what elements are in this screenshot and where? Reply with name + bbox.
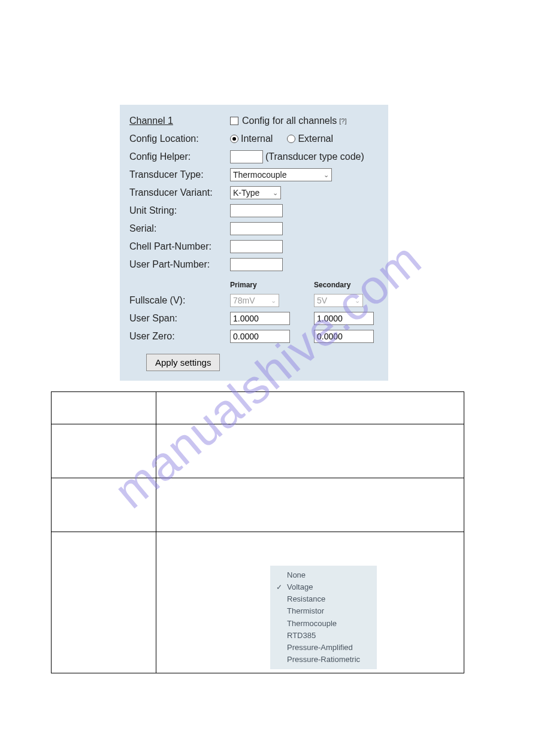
- dropdown-item-label: None: [287, 570, 306, 579]
- help-link[interactable]: [?]: [339, 117, 346, 125]
- dropdown-item-resistance[interactable]: Resistance: [270, 593, 377, 605]
- user-zero-label: User Zero:: [129, 331, 230, 342]
- config-helper-input[interactable]: [230, 150, 263, 163]
- table-cell: [52, 424, 156, 478]
- transducer-variant-value: K-Type: [233, 188, 259, 198]
- fullscale-label: Fullscale (V):: [129, 295, 230, 306]
- apply-settings-button[interactable]: Apply settings: [146, 354, 220, 371]
- dropdown-item-label: Resistance: [287, 594, 325, 603]
- unit-string-label: Unit String:: [129, 205, 230, 216]
- serial-input[interactable]: [230, 222, 283, 235]
- transducer-type-select[interactable]: Thermocouple ⌄: [230, 168, 332, 181]
- dropdown-item-pressure-amplified[interactable]: Pressure-Amplified: [270, 642, 377, 654]
- user-zero-primary-input[interactable]: [230, 330, 290, 343]
- transducer-type-dropdown: None ✓Voltage Resistance Thermistor Ther…: [270, 566, 377, 669]
- fullscale-primary-select[interactable]: 78mV ⌄: [230, 294, 279, 307]
- table-cell: [52, 532, 156, 673]
- radio-internal[interactable]: [230, 135, 238, 143]
- config-helper-label: Config Helper:: [129, 151, 230, 162]
- dropdown-item-pressure-ratiometric[interactable]: Pressure-Ratiometric: [270, 654, 377, 666]
- external-label: External: [298, 133, 333, 144]
- internal-label: Internal: [241, 133, 273, 144]
- description-table: None ✓Voltage Resistance Thermistor Ther…: [51, 391, 464, 673]
- table-cell: [52, 478, 156, 532]
- dropdown-item-voltage[interactable]: ✓Voltage: [270, 581, 377, 593]
- dropdown-item-label: Thermistor: [287, 606, 324, 615]
- config-all-label: Config for all channels: [242, 116, 337, 126]
- fullscale-primary-value: 78mV: [233, 296, 255, 305]
- dropdown-item-label: RTD385: [287, 631, 316, 640]
- chell-pn-label: Chell Part-Number:: [129, 241, 230, 252]
- user-pn-input[interactable]: [230, 258, 283, 271]
- user-zero-secondary-input[interactable]: [314, 330, 374, 343]
- transducer-type-label: Transducer Type:: [129, 169, 230, 180]
- chevron-down-icon: ⌄: [355, 297, 360, 305]
- dropdown-item-none[interactable]: None: [270, 569, 377, 581]
- chevron-down-icon: ⌄: [324, 171, 329, 179]
- transducer-type-value: Thermocouple: [233, 170, 287, 180]
- chell-pn-input[interactable]: [230, 240, 283, 253]
- channel-title[interactable]: Channel 1: [129, 116, 230, 126]
- transducer-variant-select[interactable]: K-Type ⌄: [230, 186, 281, 199]
- radio-external[interactable]: [287, 135, 295, 143]
- config-helper-hint: (Transducer type code): [265, 151, 364, 162]
- transducer-variant-label: Transducer Variant:: [129, 187, 230, 198]
- user-span-secondary-input[interactable]: [314, 312, 374, 325]
- dropdown-item-label: Thermocouple: [287, 619, 337, 628]
- unit-string-input[interactable]: [230, 204, 283, 217]
- serial-label: Serial:: [129, 223, 230, 234]
- dropdown-item-label: Pressure-Ratiometric: [287, 655, 360, 664]
- primary-header: Primary: [230, 281, 314, 289]
- dropdown-item-thermistor[interactable]: Thermistor: [270, 605, 377, 617]
- table-cell: None ✓Voltage Resistance Thermistor Ther…: [156, 532, 464, 673]
- user-pn-label: User Part-Number:: [129, 259, 230, 270]
- radio-dot-icon: [232, 137, 236, 141]
- user-span-primary-input[interactable]: [230, 312, 290, 325]
- fullscale-secondary-value: 5V: [317, 296, 327, 305]
- check-icon: ✓: [276, 582, 282, 593]
- table-cell: [52, 392, 156, 424]
- config-location-label: Config Location:: [129, 133, 230, 144]
- table-cell: [156, 392, 464, 424]
- chevron-down-icon: ⌄: [271, 297, 276, 305]
- table-cell: [156, 478, 464, 532]
- dropdown-item-label: Pressure-Amplified: [287, 643, 353, 652]
- user-span-label: User Span:: [129, 313, 230, 324]
- chevron-down-icon: ⌄: [273, 189, 278, 197]
- config-all-checkbox[interactable]: [230, 117, 238, 125]
- fullscale-secondary-select[interactable]: 5V ⌄: [314, 294, 363, 307]
- table-cell: [156, 424, 464, 478]
- channel-config-panel: Channel 1 Config for all channels [?] Co…: [120, 105, 388, 381]
- secondary-header: Secondary: [314, 281, 350, 289]
- dropdown-item-rtd385[interactable]: RTD385: [270, 630, 377, 642]
- dropdown-item-thermocouple[interactable]: Thermocouple: [270, 618, 377, 630]
- dropdown-item-label: Voltage: [287, 582, 313, 591]
